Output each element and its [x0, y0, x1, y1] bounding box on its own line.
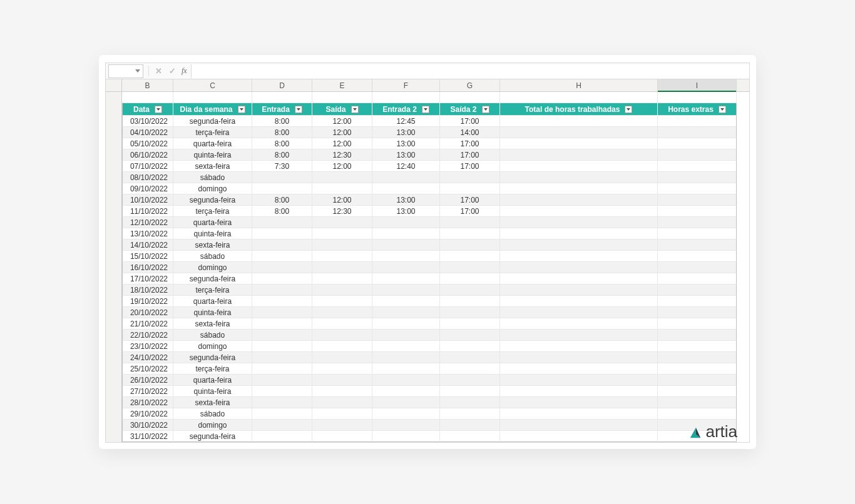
filter-dropdown-icon[interactable] [155, 106, 162, 113]
cell-e2[interactable] [372, 352, 440, 363]
row-header[interactable] [106, 420, 122, 431]
cell-total[interactable] [500, 161, 658, 172]
cell-e1[interactable]: 8:00 [252, 116, 312, 127]
cell-e2[interactable] [372, 397, 440, 408]
cell-extra[interactable] [658, 318, 737, 330]
cell-s2[interactable] [440, 352, 500, 363]
cell-total[interactable] [500, 352, 658, 363]
cell-s1[interactable]: 12:00 [312, 127, 372, 138]
cell-s2[interactable] [440, 251, 500, 262]
cell-s1[interactable] [312, 330, 372, 341]
cell-e2[interactable] [372, 228, 440, 239]
cell-data[interactable]: 05/10/2022 [122, 138, 173, 149]
cell-extra[interactable] [658, 341, 737, 352]
table-header-cell[interactable]: Data [122, 103, 173, 116]
row-header[interactable] [106, 92, 122, 103]
empty-cell[interactable] [500, 92, 658, 103]
column-header-B[interactable]: B [122, 79, 173, 91]
cell-s1[interactable] [312, 408, 372, 420]
cell-dia[interactable]: segunda-feira [173, 273, 252, 285]
cell-s2[interactable] [440, 183, 500, 194]
cell-total[interactable] [500, 172, 658, 183]
cell-s1[interactable]: 12:00 [312, 138, 372, 149]
cell-s2[interactable]: 17:00 [440, 194, 500, 206]
cell-e2[interactable] [372, 318, 440, 330]
cell-s1[interactable] [312, 239, 372, 251]
cell-s2[interactable] [440, 318, 500, 330]
cell-e2[interactable] [372, 431, 440, 442]
cell-total[interactable] [500, 149, 658, 161]
cell-s2[interactable]: 14:00 [440, 127, 500, 138]
row-header[interactable] [106, 363, 122, 375]
cell-dia[interactable]: sábado [173, 251, 252, 262]
cell-s1[interactable] [312, 431, 372, 442]
cell-e2[interactable] [372, 420, 440, 431]
cell-extra[interactable] [658, 239, 737, 251]
cell-total[interactable] [500, 239, 658, 251]
cell-extra[interactable] [658, 285, 737, 296]
cell-total[interactable] [500, 273, 658, 285]
column-header-D[interactable]: D [252, 79, 312, 91]
cell-s2[interactable] [440, 239, 500, 251]
cell-dia[interactable]: quinta-feira [173, 149, 252, 161]
cell-dia[interactable]: quarta-feira [173, 217, 252, 228]
cell-extra[interactable] [658, 183, 737, 194]
cell-data[interactable]: 15/10/2022 [122, 251, 173, 262]
cell-e1[interactable]: 8:00 [252, 127, 312, 138]
row-header[interactable] [106, 262, 122, 273]
cell-e2[interactable] [372, 408, 440, 420]
row-header[interactable] [106, 149, 122, 161]
row-header[interactable] [106, 296, 122, 307]
cell-extra[interactable] [658, 352, 737, 363]
cell-total[interactable] [500, 285, 658, 296]
cell-extra[interactable] [658, 172, 737, 183]
cell-data[interactable]: 08/10/2022 [122, 172, 173, 183]
cell-total[interactable] [500, 183, 658, 194]
filter-dropdown-icon[interactable] [719, 106, 726, 113]
row-header[interactable] [106, 341, 122, 352]
cell-e1[interactable] [252, 431, 312, 442]
cell-e2[interactable] [372, 273, 440, 285]
cell-dia[interactable]: domingo [173, 183, 252, 194]
cell-extra[interactable] [658, 397, 737, 408]
cell-dia[interactable]: terça-feira [173, 127, 252, 138]
cell-s1[interactable] [312, 397, 372, 408]
cell-data[interactable]: 29/10/2022 [122, 408, 173, 420]
cell-dia[interactable]: segunda-feira [173, 352, 252, 363]
cell-e2[interactable] [372, 239, 440, 251]
row-header[interactable] [106, 251, 122, 262]
cell-e1[interactable]: 8:00 [252, 138, 312, 149]
cell-total[interactable] [500, 296, 658, 307]
cell-s1[interactable]: 12:30 [312, 206, 372, 217]
cell-data[interactable]: 31/10/2022 [122, 431, 173, 442]
cell-e2[interactable] [372, 251, 440, 262]
cell-e1[interactable] [252, 273, 312, 285]
cell-dia[interactable]: sexta-feira [173, 239, 252, 251]
cell-s2[interactable] [440, 386, 500, 397]
cell-e2[interactable]: 13:00 [372, 149, 440, 161]
name-box[interactable] [108, 64, 143, 78]
cell-extra[interactable] [658, 363, 737, 375]
grid[interactable]: DataDia da semanaEntradaSaídaEntrada 2Sa… [106, 92, 749, 442]
cell-s2[interactable] [440, 330, 500, 341]
empty-cell[interactable] [252, 92, 312, 103]
cell-data[interactable]: 20/10/2022 [122, 307, 173, 318]
cell-dia[interactable]: segunda-feira [173, 194, 252, 206]
cell-total[interactable] [500, 138, 658, 149]
cell-extra[interactable] [658, 228, 737, 239]
empty-cell[interactable] [173, 92, 252, 103]
cell-e2[interactable] [372, 285, 440, 296]
cell-total[interactable] [500, 431, 658, 442]
cell-s2[interactable]: 17:00 [440, 138, 500, 149]
cell-e1[interactable] [252, 217, 312, 228]
cell-s2[interactable] [440, 217, 500, 228]
cell-s2[interactable] [440, 341, 500, 352]
cell-data[interactable]: 11/10/2022 [122, 206, 173, 217]
cell-dia[interactable]: quarta-feira [173, 138, 252, 149]
filter-dropdown-icon[interactable] [422, 106, 429, 113]
cell-e1[interactable]: 8:00 [252, 149, 312, 161]
cell-e2[interactable] [372, 217, 440, 228]
column-header-F[interactable]: F [372, 79, 440, 91]
cell-data[interactable]: 17/10/2022 [122, 273, 173, 285]
cell-total[interactable] [500, 397, 658, 408]
